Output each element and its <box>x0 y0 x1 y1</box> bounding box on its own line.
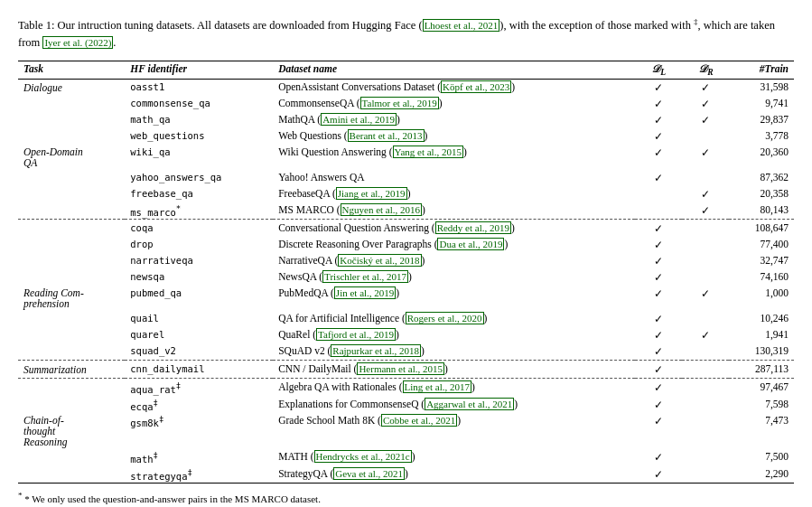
hf-cell: quarel <box>125 327 273 343</box>
dataset-name-cell: CNN / DailyMail (Hermann et al., 2015) <box>273 361 635 379</box>
dl-cell: ✓ <box>635 170 682 186</box>
dr-cell <box>682 361 729 379</box>
hf-cell: ms_marco* <box>125 202 273 220</box>
dataset-name-cell: NewsQA (Trischler et al., 2017) <box>273 269 635 286</box>
table-row: Open-Domain QAwiki_qaWiki Question Answe… <box>18 145 794 170</box>
dataset-ref-link[interactable]: Jiang et al., 2019 <box>336 187 407 200</box>
train-cell: 3,778 <box>729 128 794 145</box>
task-cell <box>18 379 125 397</box>
col-header-dr: 𝒟R <box>682 61 729 79</box>
dataset-name-cell: Yahoo! Answers QA <box>273 170 635 186</box>
datasets-table: Task HF identifier Dataset name 𝒟L 𝒟R #T… <box>18 61 794 484</box>
dr-cell: ✓ <box>682 112 729 128</box>
dataset-ref-link[interactable]: Ling et al., 2017 <box>403 380 471 393</box>
hf-cell: newsqa <box>125 269 273 286</box>
train-cell: 20,358 <box>729 186 794 202</box>
dataset-ref-link[interactable]: Dua et al., 2019 <box>437 238 504 250</box>
dr-cell <box>682 397 729 414</box>
dataset-ref-link[interactable]: Reddy et al., 2019 <box>435 221 511 234</box>
table-row: dropDiscrete Reasoning Over Paragraphs (… <box>18 237 794 253</box>
dataset-ref-link[interactable]: Aggarwal et al., 2021 <box>425 398 514 410</box>
task-cell <box>18 253 125 269</box>
hf-cell: math_qa <box>125 112 273 128</box>
hf-cell: ecqa‡ <box>125 397 273 414</box>
dataset-ref-link[interactable]: Berant et al., 2013 <box>348 129 425 142</box>
ref-lhoest[interactable]: Lhoest et al., 2021 <box>423 19 500 32</box>
task-cell <box>18 466 125 484</box>
task-cell <box>18 128 125 145</box>
dataset-ref-link[interactable]: Nguyen et al., 2016 <box>341 203 422 216</box>
dr-cell <box>682 128 729 145</box>
dataset-name-cell: MATH (Hendrycks et al., 2021c) <box>273 449 635 466</box>
dr-cell: ✓ <box>682 327 729 343</box>
task-cell: Reading Com- prehension <box>18 286 125 311</box>
dataset-ref-link[interactable]: Köpf et al., 2023 <box>441 80 511 93</box>
hf-cell: drop <box>125 237 273 253</box>
hf-cell: strategyqa‡ <box>125 466 273 484</box>
dataset-name-cell: OpenAssistant Conversations Dataset (Köp… <box>273 79 635 96</box>
dl-cell: ✓ <box>635 269 682 286</box>
col-header-hf: HF identifier <box>125 61 273 79</box>
dataset-ref-link[interactable]: Yang et al., 2015 <box>393 146 463 158</box>
dl-cell: ✓ <box>635 413 682 449</box>
train-cell: 7,598 <box>729 397 794 414</box>
dl-cell: ✓ <box>635 79 682 96</box>
dataset-ref-link[interactable]: Hendrycks et al., 2021c <box>314 450 412 463</box>
table-row: commonsense_qaCommonsenseQA (Talmor et a… <box>18 96 794 112</box>
task-cell <box>18 449 125 466</box>
dr-cell <box>682 253 729 269</box>
dataset-name-cell: SQuAD v2 (Rajpurkar et al., 2018) <box>273 343 635 361</box>
dataset-ref-link[interactable]: Jin et al., 2019 <box>334 286 396 299</box>
dataset-ref-link[interactable]: Amini et al., 2019 <box>321 113 397 126</box>
dataset-ref-link[interactable]: Talmor et al., 2019 <box>360 97 439 109</box>
dl-cell: ✓ <box>635 220 682 238</box>
dataset-ref-link[interactable]: Hermann et al., 2015 <box>357 362 444 375</box>
train-cell: 10,246 <box>729 311 794 327</box>
train-cell: 287,113 <box>729 361 794 379</box>
train-cell: 7,473 <box>729 413 794 449</box>
task-cell: Chain-of- thought Reasoning <box>18 413 125 449</box>
dataset-name-cell: NarrativeQA (Kočiský et al., 2018) <box>273 253 635 269</box>
task-cell <box>18 311 125 327</box>
dataset-ref-link[interactable]: Cobbe et al., 2021 <box>381 414 457 427</box>
task-cell: Dialogue <box>18 79 125 96</box>
dataset-ref-link[interactable]: Trischler et al., 2017 <box>322 270 408 283</box>
dl-cell: ✓ <box>635 145 682 170</box>
dataset-ref-link[interactable]: Geva et al., 2021 <box>333 467 405 480</box>
train-cell: 77,400 <box>729 237 794 253</box>
dl-cell: ✓ <box>635 343 682 361</box>
hf-cell: freebase_qa <box>125 186 273 202</box>
dr-cell <box>682 379 729 397</box>
train-cell: 80,143 <box>729 202 794 220</box>
dl-cell: ✓ <box>635 237 682 253</box>
col-header-train: #Train <box>729 61 794 79</box>
train-cell: 9,741 <box>729 96 794 112</box>
ref-iyer[interactable]: Iyer et al. (2022) <box>42 36 113 49</box>
table-row: narrativeqaNarrativeQA (Kočiský et al., … <box>18 253 794 269</box>
dl-cell: ✓ <box>635 397 682 414</box>
dr-cell: ✓ <box>682 186 729 202</box>
task-cell <box>18 397 125 414</box>
task-cell <box>18 327 125 343</box>
dataset-name-cell: QA for Artificial Intelligence (Rogers e… <box>273 311 635 327</box>
hf-cell: aqua_rat‡ <box>125 379 273 397</box>
hf-cell: math‡ <box>125 449 273 466</box>
hf-cell: commonsense_qa <box>125 96 273 112</box>
table-row: Reading Com- prehensionpubmed_qaPubMedQA… <box>18 286 794 311</box>
train-cell: 31,598 <box>729 79 794 96</box>
dataset-name-cell: Algebra QA with Rationales (Ling et al.,… <box>273 379 635 397</box>
task-cell <box>18 220 125 238</box>
table-row: Chain-of- thought Reasoninggsm8k‡Grade S… <box>18 413 794 449</box>
dataset-ref-link[interactable]: Tafjord et al., 2019 <box>316 328 396 341</box>
table-row: yahoo_answers_qaYahoo! Answers QA✓87,362 <box>18 170 794 186</box>
dataset-ref-link[interactable]: Rogers et al., 2020 <box>406 312 484 324</box>
train-cell: 2,290 <box>729 466 794 484</box>
dataset-ref-link[interactable]: Kočiský et al., 2018 <box>338 254 421 267</box>
dataset-name-cell: PubMedQA (Jin et al., 2019) <box>273 286 635 311</box>
dl-cell <box>635 202 682 220</box>
dr-cell <box>682 413 729 449</box>
dr-cell <box>682 220 729 238</box>
dr-cell: ✓ <box>682 145 729 170</box>
dl-cell: ✓ <box>635 327 682 343</box>
dataset-ref-link[interactable]: Rajpurkar et al., 2018 <box>331 344 421 357</box>
